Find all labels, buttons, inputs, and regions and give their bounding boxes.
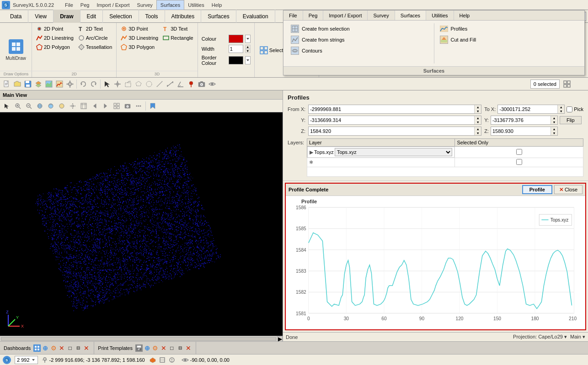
from-z-spinner[interactable]: ▲ ▼ <box>474 127 481 135</box>
btn-2d-point[interactable]: 2D Point <box>35 25 75 33</box>
width-input[interactable]: 1 <box>229 45 243 53</box>
print-x-icon[interactable]: ✕ <box>185 344 192 352</box>
to-y-input[interactable]: ▲ ▼ <box>491 116 558 125</box>
status-icon-2[interactable] <box>158 356 166 364</box>
view-nav-r[interactable] <box>101 101 111 111</box>
print-settings-icon[interactable]: ⚙ <box>152 344 159 352</box>
zoom-dropdown-arrow[interactable] <box>31 358 36 362</box>
tool-eye[interactable] <box>207 79 217 89</box>
to-x-spinner[interactable]: ▲ ▼ <box>557 105 564 113</box>
dropdown-tab-import[interactable]: Import / Export <box>323 11 368 20</box>
to-z-spinner[interactable]: ▲ ▼ <box>551 127 557 135</box>
dropdown-tab-utilities[interactable]: Utilities <box>426 11 454 20</box>
menu-survey[interactable]: Survey <box>134 0 156 10</box>
tool-camera[interactable] <box>197 79 207 89</box>
view-globe[interactable] <box>35 101 45 111</box>
dropdown-tab-peg[interactable]: Peg <box>303 11 324 20</box>
tab-draw[interactable]: Draw <box>53 10 80 23</box>
multidraw-btn[interactable] <box>9 39 23 54</box>
tab-edit[interactable]: Edit <box>80 10 103 23</box>
profile-button[interactable]: Profile <box>522 185 552 194</box>
tool-redo[interactable] <box>89 79 99 89</box>
view-settings2[interactable] <box>79 101 89 111</box>
view-pointer[interactable] <box>2 101 12 111</box>
tab-tools[interactable]: Tools <box>139 10 165 23</box>
status-icon-1[interactable] <box>149 356 157 364</box>
from-y-input[interactable]: ▲ ▼ <box>308 116 481 125</box>
zoom-display[interactable]: 2 992 <box>15 356 38 364</box>
tool-extra[interactable] <box>562 79 572 89</box>
tool-settings[interactable] <box>65 79 75 89</box>
btn-3d-point[interactable]: 3D Point <box>119 25 160 33</box>
from-y-spinner[interactable]: ▲ ▼ <box>474 116 481 124</box>
view-zoom-in[interactable] <box>13 101 23 111</box>
dashboards-add-icon[interactable]: ⊕ <box>42 344 49 352</box>
tab-surfaces[interactable]: Surfaces <box>201 10 236 23</box>
dashboards-close-icon[interactable]: ✕ <box>58 344 65 352</box>
btn-tessellation[interactable]: Tessellation <box>77 43 113 51</box>
tab-attributes[interactable]: Attributes <box>165 10 202 23</box>
dashboards-grid-icon[interactable] <box>33 344 41 352</box>
dashboards-dock-icon[interactable]: □ <box>66 344 74 352</box>
h-scrollbar[interactable]: ▶ <box>0 336 283 341</box>
tool-pointer[interactable] <box>102 79 112 89</box>
tool-measure[interactable] <box>165 79 175 89</box>
width-spinner[interactable]: ▲ ▼ <box>245 45 251 53</box>
view-globe2[interactable] <box>46 101 56 111</box>
status-icon-3[interactable] <box>168 356 176 364</box>
view-settings[interactable] <box>68 101 78 111</box>
from-z-input[interactable]: ▲ ▼ <box>308 127 481 136</box>
tool-undo[interactable] <box>78 79 88 89</box>
tool-select-line[interactable] <box>155 79 165 89</box>
to-z-input[interactable]: ▲ ▼ <box>491 127 558 136</box>
print-pin-icon[interactable]: ⊟ <box>176 344 184 352</box>
dashboards-pin-icon[interactable]: ⊟ <box>75 344 82 352</box>
tool-new[interactable] <box>2 79 12 89</box>
from-x-spinner[interactable]: ▲ ▼ <box>474 105 481 113</box>
selected-only-check-2[interactable] <box>516 159 522 165</box>
to-y-spinner[interactable]: ▲ ▼ <box>551 116 557 124</box>
view-bookmark[interactable] <box>148 101 158 111</box>
tool-angle[interactable] <box>176 79 186 89</box>
print-add-icon[interactable]: ⊕ <box>144 344 151 352</box>
btn-rectangle[interactable]: Rectangle <box>161 34 195 42</box>
print-icon[interactable] <box>135 344 143 352</box>
tool-select-circle[interactable] <box>144 79 154 89</box>
btn-3d-text[interactable]: T 3D Text <box>161 25 195 33</box>
btn-3d-linestring[interactable]: 3D Linestring <box>119 34 160 42</box>
tool-map[interactable] <box>44 79 54 89</box>
print-dock-icon[interactable]: □ <box>168 344 176 352</box>
tab-evaluation[interactable]: Evaluation <box>236 10 275 23</box>
to-x-input[interactable]: ▲ ▼ <box>497 105 565 114</box>
menu-utilities[interactable]: Utilities <box>184 0 208 10</box>
colour-dropdown-arrow[interactable] <box>246 37 250 41</box>
view-globe3[interactable] <box>57 101 67 111</box>
scroll-right-btn[interactable]: ▶ <box>277 336 283 342</box>
tool-save[interactable] <box>23 79 33 89</box>
menu-create-from-strings[interactable]: Create from strings <box>289 34 430 45</box>
pick-checkbox-label[interactable]: Pick <box>567 106 583 112</box>
flip-button[interactable]: Flip <box>560 116 582 124</box>
btn-2d-polygon[interactable]: 2D Polygon <box>35 43 75 51</box>
view-grid[interactable] <box>112 101 122 111</box>
btn-3d-polygon[interactable]: 3D Polygon <box>119 43 160 51</box>
dashboards-x-icon[interactable]: ✕ <box>83 344 90 352</box>
pick-checkbox[interactable] <box>567 106 572 112</box>
tool-select-box[interactable] <box>123 79 133 89</box>
view-camera[interactable] <box>123 101 133 111</box>
tab-view[interactable]: View <box>28 10 53 23</box>
menu-surfaces[interactable]: Surfaces <box>156 0 184 10</box>
from-x-input[interactable]: ▲ ▼ <box>308 105 481 114</box>
layer-select[interactable]: Tops.xyz <box>335 148 453 156</box>
view-zoom-out[interactable] <box>24 101 34 111</box>
menu-profiles[interactable]: Profiles <box>438 23 579 34</box>
menu-create-from-selection[interactable]: Create from selection <box>289 23 430 34</box>
tool-open[interactable] <box>12 79 22 89</box>
tool-chart[interactable] <box>54 79 64 89</box>
btn-2d-text[interactable]: T 2D Text <box>77 25 113 33</box>
tool-select-polygon[interactable] <box>134 79 144 89</box>
btn-2d-linestring[interactable]: 2D Linestring <box>35 34 75 42</box>
btn-arc-circle[interactable]: Arc/Circle <box>77 34 113 42</box>
tab-selection[interactable]: Selection <box>103 10 139 23</box>
menu-peg[interactable]: Peg <box>77 0 93 10</box>
